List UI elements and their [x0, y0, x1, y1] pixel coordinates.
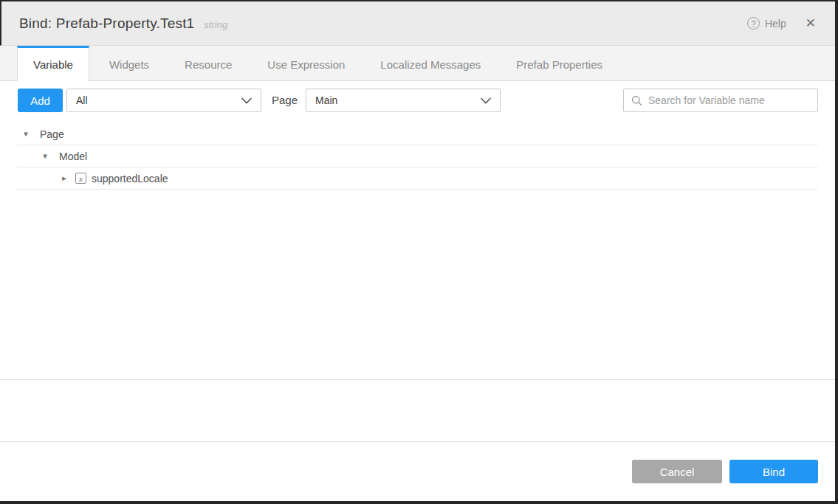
tree-row-page[interactable]: ▾ Page [17, 123, 818, 145]
help-icon: ? [747, 17, 760, 30]
bind-dialog: Bind: Prefab-Property.Test1 string ? Hel… [0, 0, 838, 504]
cancel-button[interactable]: Cancel [632, 460, 722, 483]
help-label: Help [765, 18, 786, 30]
dialog-footer: Cancel Bind [0, 442, 835, 501]
caret-right-icon[interactable]: ▸ [59, 173, 69, 183]
tab-use-expression[interactable]: Use Expression [252, 46, 360, 80]
caret-down-icon[interactable]: ▾ [21, 129, 31, 139]
tree-node-label: Model [59, 151, 87, 162]
dialog-header: Bind: Prefab-Property.Test1 string ? Hel… [0, 1, 835, 46]
search-box [623, 89, 818, 112]
page-select[interactable]: Main [306, 89, 501, 112]
expression-preview-area [0, 380, 835, 441]
bind-button[interactable]: Bind [729, 460, 818, 483]
tab-localized-messages[interactable]: Localized Messages [365, 46, 496, 80]
tab-widgets[interactable]: Widgets [94, 46, 165, 80]
variable-filter-selected-value: All [76, 94, 241, 106]
add-variable-button[interactable]: Add [18, 89, 63, 112]
search-input[interactable] [648, 94, 810, 106]
caret-down-icon[interactable]: ▾ [40, 151, 50, 161]
dialog-title: Bind: Prefab-Property.Test1 [19, 15, 194, 32]
variable-x-icon: x [75, 173, 86, 184]
chevron-down-icon [241, 97, 252, 104]
tab-resource[interactable]: Resource [169, 46, 247, 80]
tab-variable[interactable]: Variable [17, 46, 89, 81]
tree-node-label: Page [40, 128, 64, 140]
variable-tree: ▾ Page ▾ Model ▸ x supportedLocale [0, 122, 835, 379]
search-icon [631, 95, 642, 106]
tree-row-supportedlocale[interactable]: ▸ x supportedLocale [17, 168, 818, 190]
page-label: Page [272, 94, 298, 106]
tree-row-model[interactable]: ▾ Model [17, 145, 818, 168]
close-icon[interactable]: ✕ [806, 17, 816, 30]
tree-node-label: supportedLocale [92, 173, 168, 184]
tab-prefab-properties[interactable]: Prefab Properties [501, 46, 618, 80]
variable-filter-select[interactable]: All [66, 89, 261, 112]
chevron-down-icon [481, 97, 491, 104]
variable-toolbar: Add All Page Main [0, 81, 835, 122]
tab-bar: Variable Widgets Resource Use Expression… [0, 46, 835, 81]
page-selected-value: Main [315, 94, 481, 106]
property-type-label: string [204, 16, 227, 30]
help-button[interactable]: ? Help [747, 17, 786, 30]
